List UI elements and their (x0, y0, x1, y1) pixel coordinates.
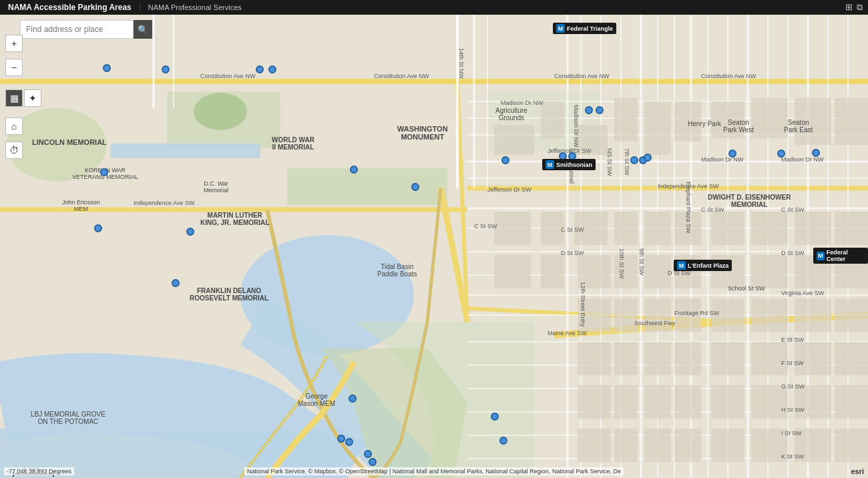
coordinates-display: -77.046 38.893 Degrees (4, 467, 74, 475)
svg-text:14th St NW: 14th St NW (458, 48, 465, 79)
parking-dot[interactable] (596, 106, 604, 114)
svg-rect-78 (644, 255, 671, 288)
parking-dot[interactable] (103, 64, 111, 72)
metro-lenfant[interactable]: M L'Enfant Plaza (674, 260, 732, 271)
parking-dot[interactable] (411, 183, 419, 191)
svg-text:Virginia Ave SW: Virginia Ave SW (781, 290, 825, 296)
map-background: Constitution Ave NW Constitution Ave NW … (0, 15, 868, 478)
svg-rect-60 (711, 101, 744, 138)
metro-m-icon: M (546, 160, 554, 169)
svg-rect-64 (494, 212, 531, 245)
svg-text:C St SW: C St SW (701, 206, 724, 213)
svg-rect-75 (541, 255, 564, 288)
layers-icon[interactable]: ⧉ (857, 2, 863, 13)
svg-rect-112 (711, 429, 744, 462)
svg-rect-115 (835, 429, 868, 462)
map-attribution: National Park Service, © Mapbox, © OpenS… (244, 467, 624, 475)
metro-federal-center[interactable]: M Federal Center (813, 248, 868, 264)
parking-dot[interactable] (172, 279, 180, 287)
svg-rect-101 (614, 385, 638, 419)
parking-dot[interactable] (350, 166, 358, 174)
parking-dot[interactable] (369, 458, 377, 466)
app-header: NAMA Accessible Parking Areas NAMA Profe… (0, 0, 868, 15)
svg-text:G St SW: G St SW (781, 383, 805, 390)
parking-dot[interactable] (268, 65, 276, 73)
home-button[interactable]: ⌂ (5, 117, 23, 135)
svg-rect-3 (287, 168, 447, 205)
metro-federal-triangle-label: Federal Triangle (567, 25, 613, 32)
svg-rect-70 (711, 212, 744, 245)
parking-dot[interactable] (499, 437, 507, 445)
svg-rect-77 (614, 255, 638, 288)
svg-text:Constitution Ave NW: Constitution Ave NW (701, 73, 756, 79)
parking-dot[interactable] (630, 156, 638, 164)
time-button[interactable]: ⏱ (5, 142, 23, 159)
svg-rect-93 (614, 342, 638, 375)
svg-text:Constitution Ave NW: Constitution Ave NW (374, 73, 429, 79)
parking-dot[interactable] (100, 168, 108, 176)
svg-rect-92 (578, 342, 611, 375)
search-button[interactable]: 🔍 (134, 20, 152, 39)
parking-dot[interactable] (162, 65, 170, 73)
svg-rect-55 (541, 101, 564, 138)
app-subtitle: NAMA Professional Services (140, 3, 250, 11)
zoom-in-button[interactable]: + (5, 35, 23, 52)
svg-text:Madison Dr NW: Madison Dr NW (781, 156, 824, 163)
svg-text:H St SW: H St SW (781, 407, 805, 413)
parking-dot[interactable] (585, 106, 593, 114)
svg-rect-90 (795, 298, 831, 332)
svg-rect-106 (795, 385, 831, 419)
esri-logo: esri (851, 467, 864, 475)
svg-text:Maine Ave SW: Maine Ave SW (548, 330, 587, 336)
svg-rect-86 (644, 298, 671, 332)
metro-smithsonian-label: Smithsonian (556, 162, 592, 168)
svg-rect-110 (644, 429, 671, 462)
parking-dot[interactable] (491, 413, 499, 421)
metro-m-icon: M (817, 252, 825, 260)
svg-rect-59 (674, 101, 701, 142)
svg-rect-91 (835, 298, 868, 332)
parking-dot[interactable] (186, 228, 194, 236)
svg-text:D St SW: D St SW (781, 250, 805, 256)
parking-dot[interactable] (777, 150, 785, 158)
svg-rect-105 (751, 385, 788, 419)
parking-dot[interactable] (812, 149, 820, 157)
header-icons: ⊞ ⧉ (845, 2, 868, 13)
svg-text:D St SW: D St SW (561, 250, 584, 256)
parking-dot[interactable] (501, 156, 509, 164)
svg-text:Jefferson Dr SW: Jefferson Dr SW (487, 186, 531, 193)
svg-rect-111 (674, 429, 701, 462)
svg-point-5 (194, 93, 247, 130)
parking-dot[interactable] (349, 395, 357, 403)
svg-rect-97 (751, 342, 788, 375)
svg-rect-71 (751, 212, 788, 245)
svg-rect-61 (751, 98, 788, 138)
basemap-button[interactable]: ▦ (5, 89, 23, 107)
grid-icon[interactable]: ⊞ (845, 2, 853, 13)
parking-dot[interactable] (345, 438, 353, 446)
svg-text:I St SW: I St SW (781, 430, 802, 437)
parking-dot[interactable] (337, 435, 345, 443)
layer-tools: ▦ ✦ (5, 89, 41, 107)
svg-rect-94 (644, 342, 671, 375)
svg-text:9th St SW: 9th St SW (638, 248, 645, 276)
parking-dot[interactable] (644, 154, 652, 162)
svg-rect-62 (795, 98, 831, 145)
parking-dot[interactable] (364, 450, 372, 458)
map-container[interactable]: Constitution Ave NW Constitution Ave NW … (0, 15, 868, 478)
left-toolbar: + − ▦ ✦ ⌂ ⏱ (5, 35, 41, 159)
metro-smithsonian[interactable]: M Smithsonian (542, 159, 596, 170)
parking-dot[interactable] (256, 65, 264, 73)
parking-dot[interactable] (94, 224, 102, 232)
svg-rect-57 (614, 98, 638, 142)
svg-rect-109 (614, 429, 638, 462)
svg-text:Madison Dr NW: Madison Dr NW (573, 105, 580, 148)
metro-federal-triangle[interactable]: M Federal Triangle (553, 23, 616, 34)
widget-button[interactable]: ✦ (24, 89, 41, 107)
svg-rect-63 (835, 98, 868, 145)
metro-lenfant-label: L'Enfant Plaza (688, 262, 728, 269)
app-title: NAMA Accessible Parking Areas (0, 3, 140, 12)
zoom-out-button[interactable]: − (5, 59, 23, 76)
svg-rect-81 (751, 255, 788, 288)
parking-dot[interactable] (728, 150, 736, 158)
